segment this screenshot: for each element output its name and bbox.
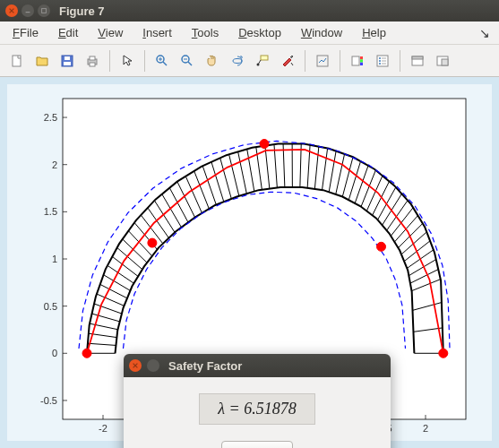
insert-colorbar-button[interactable]	[346, 49, 369, 73]
minimize-icon[interactable]	[22, 4, 34, 17]
svg-point-118	[148, 238, 157, 247]
svg-text:0: 0	[52, 348, 57, 358]
menu-window[interactable]: Window	[292, 23, 351, 42]
safety-factor-dialog: Safety Factor λ = 6.51878 OK	[124, 354, 391, 448]
svg-rect-4	[65, 56, 70, 60]
svg-point-120	[377, 242, 386, 251]
hide-tools-button[interactable]	[406, 49, 429, 73]
svg-rect-17	[360, 62, 363, 65]
menu-help[interactable]: Help	[353, 23, 395, 42]
svg-rect-1	[13, 56, 21, 66]
svg-text:-2: -2	[99, 423, 108, 434]
svg-text:0.5: 0.5	[44, 301, 57, 312]
menu-desktop[interactable]: Desktop	[229, 23, 290, 42]
insert-legend-button[interactable]	[371, 49, 394, 73]
svg-text:2.5: 2.5	[44, 112, 57, 123]
dialog-close-icon[interactable]	[129, 359, 142, 372]
svg-rect-3	[64, 62, 71, 65]
svg-text:1.5: 1.5	[44, 206, 57, 217]
new-figure-button[interactable]	[5, 49, 29, 73]
maximize-icon[interactable]	[38, 4, 50, 17]
toolbar-separator	[340, 50, 340, 72]
safety-factor-value: λ = 6.51878	[199, 393, 314, 425]
toolbar-separator	[305, 50, 305, 72]
menu-tools[interactable]: Tools	[183, 23, 228, 42]
svg-text:-0.5: -0.5	[40, 395, 57, 406]
svg-rect-20	[412, 56, 423, 59]
rotate-3d-button[interactable]	[226, 49, 249, 73]
menu-file[interactable]: FFileFile	[4, 23, 47, 42]
svg-rect-11	[261, 56, 268, 60]
svg-point-121	[439, 349, 448, 358]
pointer-button[interactable]	[116, 49, 139, 73]
window-controls	[5, 4, 50, 17]
toolbar	[0, 45, 499, 77]
dialog-titlebar[interactable]: Safety Factor	[124, 354, 391, 377]
toolbar-separator	[400, 50, 400, 72]
toolbar-separator	[109, 50, 110, 72]
menubar-collapse-icon[interactable]: ↘	[479, 26, 490, 40]
menu-view[interactable]: View	[89, 23, 132, 42]
svg-text:2: 2	[52, 159, 57, 170]
svg-rect-14	[352, 56, 359, 65]
save-button[interactable]	[56, 49, 79, 73]
dialog-minimize-icon[interactable]	[147, 359, 159, 372]
brush-button[interactable]	[276, 49, 299, 73]
toolbar-separator	[144, 50, 145, 72]
svg-rect-6	[90, 56, 95, 60]
menu-insert[interactable]: Insert	[133, 23, 181, 42]
menu-edit[interactable]: Edit	[49, 23, 87, 42]
svg-rect-0	[42, 9, 47, 13]
svg-point-12	[257, 63, 260, 65]
svg-rect-16	[360, 59, 363, 62]
figure-canvas[interactable]: -2-1.5-1-0.500.511.52-0.500.511.522.5 Sa…	[0, 77, 499, 448]
svg-rect-22	[442, 59, 448, 65]
svg-text:1: 1	[52, 254, 57, 264]
link-plot-button[interactable]	[311, 49, 334, 73]
zoom-in-button[interactable]	[151, 49, 174, 73]
svg-rect-15	[360, 56, 363, 59]
close-icon[interactable]	[5, 4, 18, 17]
open-file-button[interactable]	[30, 49, 54, 73]
dialog-body: λ = 6.51878 OK	[124, 377, 391, 448]
window-titlebar: Figure 7	[0, 0, 499, 22]
svg-point-119	[260, 140, 269, 149]
print-button[interactable]	[81, 49, 104, 73]
svg-text:2: 2	[423, 423, 428, 434]
zoom-out-button[interactable]	[176, 49, 199, 73]
menubar: FFileFile Edit View Insert Tools Desktop…	[0, 22, 499, 45]
dialog-title: Safety Factor	[168, 359, 242, 373]
ok-button[interactable]: OK	[221, 441, 294, 448]
svg-point-10	[233, 58, 242, 63]
data-cursor-button[interactable]	[251, 49, 274, 73]
pan-button[interactable]	[201, 49, 224, 73]
svg-point-117	[82, 349, 91, 358]
svg-rect-7	[90, 63, 95, 66]
window-title: Figure 7	[59, 4, 105, 18]
menubar-items: FFileFile Edit View Insert Tools Desktop…	[4, 23, 395, 42]
dock-figure-button[interactable]	[431, 49, 454, 73]
